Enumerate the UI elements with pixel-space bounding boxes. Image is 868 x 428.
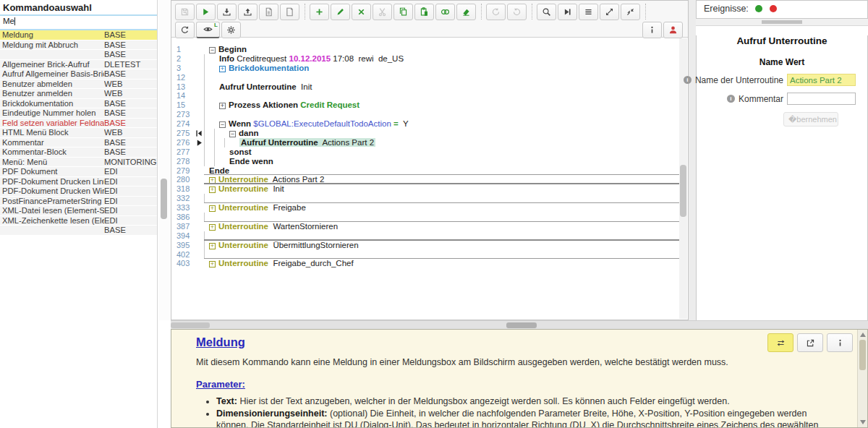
command-row[interactable]: PostFinancePrameterStringEDI <box>0 197 157 207</box>
blank-page-button[interactable] <box>280 4 299 20</box>
expand-box-icon[interactable]: + <box>209 187 216 193</box>
redo-button[interactable] <box>507 4 527 20</box>
code-line-318[interactable]: 318+Unterroutine Init <box>171 184 688 194</box>
code-line-12[interactable]: 12 <box>171 73 688 82</box>
command-row[interactable]: Aufruf Allgemeiner Basis-BrickBASE <box>0 69 157 80</box>
command-row[interactable]: HTML Menü BlockWEB <box>0 128 157 138</box>
command-list-scrollbar[interactable] <box>158 0 170 320</box>
code-area[interactable]: 1−Beginn2Info Creditrequest 10.12.2015 1… <box>171 38 688 268</box>
code-line-394[interactable]: 394 <box>171 231 688 241</box>
expand-box-icon[interactable]: + <box>219 66 226 72</box>
scrollbar-thumb[interactable] <box>680 165 686 217</box>
save-button[interactable] <box>175 4 195 20</box>
command-row[interactable]: XML-Datei lesen (Element-SchlüsselEDI <box>0 206 157 216</box>
command-row[interactable]: Eindeutige Nummer holenBASE <box>0 108 157 119</box>
command-row[interactable]: Benutzer abmeldenWEB <box>0 80 157 90</box>
link-button[interactable] <box>435 4 455 20</box>
collapse-box-icon[interactable]: − <box>219 121 226 128</box>
code-line-13[interactable]: 13Aufruf Unterroutine Init <box>171 82 688 92</box>
command-row[interactable]: PDF-Dokument Drucken WindowsEDI <box>0 187 157 197</box>
doc-title-link[interactable]: Meldung <box>196 335 245 349</box>
code-line-2[interactable]: 2Info Creditrequest 10.12.2015 17:08 rew… <box>171 54 688 64</box>
document-button[interactable] <box>259 4 278 20</box>
scrollbar-thumb[interactable] <box>506 322 537 328</box>
command-row[interactable]: Benutzer anmeldenWEB <box>0 89 157 99</box>
subroutine-name-input[interactable] <box>787 74 856 86</box>
horizontal-scrollbar[interactable] <box>171 320 868 329</box>
delete-button[interactable] <box>352 4 371 20</box>
code-line-403[interactable]: 403+Unterroutine Freigabe_durch_Chef <box>171 259 688 268</box>
command-row[interactable]: Meldung mit AbbruchBASE <box>0 40 157 51</box>
code-line-276[interactable]: 276Aufruf Unterroutine Actions Part 2 <box>171 138 688 147</box>
command-row[interactable]: BASE <box>0 226 157 236</box>
edit-button[interactable] <box>331 4 350 20</box>
command-row[interactable]: PDF-Dokument Drucken LinuxEDI <box>0 177 157 187</box>
code-line-277[interactable]: 277sonst <box>171 147 688 157</box>
code-line-332[interactable]: 332 <box>171 194 688 203</box>
code-line-3[interactable]: 3+Brickdokumentation <box>171 64 688 73</box>
info-button[interactable] <box>642 22 662 38</box>
undo-button[interactable] <box>486 4 506 20</box>
expand-box-icon[interactable]: + <box>209 205 216 212</box>
code-line-279[interactable]: 279Ende <box>171 166 688 176</box>
command-row[interactable]: Kommentar-BlockBASE <box>0 147 157 158</box>
upload-button[interactable] <box>238 4 258 20</box>
command-row[interactable]: PDF DokumentEDI <box>0 167 157 177</box>
swap-button[interactable] <box>767 333 793 352</box>
doc-scrollbar[interactable] <box>857 330 867 427</box>
collapse-box-icon[interactable]: − <box>209 47 216 54</box>
command-search-input[interactable]: Me <box>0 16 157 30</box>
scrollbar-thumb[interactable] <box>161 179 167 219</box>
apply-button[interactable]: �bernehmen <box>783 112 838 127</box>
command-row[interactable]: Allgemeiner Brick-AufrufDLETEST <box>0 60 157 70</box>
code-line-274[interactable]: 274−Wenn $GLOBAL:ExecuteDefaultTodoActio… <box>171 119 688 129</box>
expand-box-icon[interactable]: + <box>209 261 216 268</box>
run-button[interactable] <box>196 4 216 20</box>
list-button[interactable] <box>579 4 598 20</box>
code-line-402[interactable]: 402 <box>171 250 688 260</box>
code-line-15[interactable]: 15+Prozess Aktionen Credit Request <box>171 100 688 110</box>
comment-input[interactable] <box>787 93 856 105</box>
expand-button[interactable] <box>600 4 619 20</box>
user-button[interactable] <box>663 22 683 38</box>
command-row[interactable]: BASE <box>0 50 157 60</box>
erase-button[interactable] <box>456 4 476 20</box>
code-line-387[interactable]: 387+Unterroutine WartenStornieren <box>171 222 688 231</box>
command-row[interactable]: Menü: MenüMONITORING <box>0 158 157 168</box>
code-line-280[interactable]: 280+Unterroutine Actions Part 2 <box>171 175 688 184</box>
command-row[interactable]: BrickdokumentationBASE <box>0 99 157 109</box>
scrollbar-thumb[interactable] <box>171 322 210 328</box>
refresh-button[interactable] <box>175 22 195 38</box>
goto-button[interactable] <box>558 4 577 20</box>
scroll-down-arrow-icon[interactable] <box>860 420 866 424</box>
search-button[interactable] <box>537 4 556 20</box>
external-link-button[interactable] <box>797 333 823 352</box>
drag-handle[interactable] <box>762 20 802 24</box>
info-button[interactable] <box>827 333 853 352</box>
gear-button[interactable] <box>221 22 241 38</box>
command-row[interactable]: XML-Zeichenkette lesen (ElementEDI <box>0 216 157 226</box>
copy-button[interactable] <box>393 4 413 20</box>
code-line-273[interactable]: 273 <box>171 110 688 119</box>
scrollbar-thumb[interactable] <box>859 340 866 370</box>
code-line-278[interactable]: 278Ende wenn <box>171 157 688 166</box>
code-line-1[interactable]: 1−Beginn <box>171 45 688 54</box>
preview-button[interactable]: L <box>196 22 220 38</box>
expand-box-icon[interactable]: + <box>209 243 216 249</box>
status-red-dot[interactable] <box>770 5 777 12</box>
scroll-up-arrow-icon[interactable] <box>860 333 866 337</box>
download-button[interactable] <box>217 4 237 20</box>
collapse-button[interactable] <box>621 4 640 20</box>
collapse-box-icon[interactable]: − <box>229 131 236 137</box>
code-line-14[interactable]: 14 <box>171 91 688 100</box>
command-row[interactable]: KommentarBASE <box>0 138 157 148</box>
add-button[interactable] <box>310 4 329 20</box>
paste-button[interactable] <box>414 4 434 20</box>
code-line-333[interactable]: 333+Unterroutine Freigabe <box>171 203 688 213</box>
command-row[interactable]: MeldungBASE <box>0 30 157 40</box>
cut-button[interactable] <box>373 4 392 20</box>
command-row[interactable]: Feld setzen variabler FeldnameBASE <box>0 119 157 129</box>
code-line-386[interactable]: 386 <box>171 213 688 222</box>
expand-box-icon[interactable]: + <box>209 224 216 231</box>
code-line-395[interactable]: 395+Unterroutine ÜbermittlungStornieren <box>171 241 688 250</box>
